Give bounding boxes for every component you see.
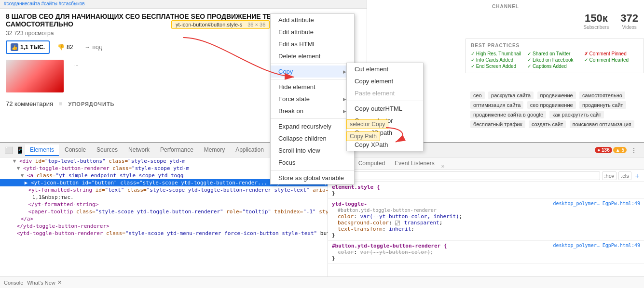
menu-copy-jspath[interactable]: Copy JS path	[347, 127, 423, 139]
tab-elements[interactable]: Elements	[25, 144, 59, 156]
inspect-icon[interactable]: ⬜	[5, 146, 13, 154]
tag[interactable]: оптимизация сайта	[470, 101, 523, 109]
menu-force-state[interactable]: Force state	[271, 93, 354, 105]
menu-collapse-children[interactable]: Collapse children	[271, 132, 354, 144]
tab-memory[interactable]: Memory	[199, 144, 230, 156]
menu-edit-html[interactable]: Edit as HTML	[271, 38, 354, 50]
channel-stats: 150к Subscribers 372 Videos	[373, 12, 638, 30]
css-val: inherit	[389, 226, 411, 232]
dom-line[interactable]: <paper-tooltip class="style-scope ytd-to…	[0, 208, 328, 215]
bp-item: Captions Added	[527, 64, 582, 69]
error-badge: ● 136	[595, 147, 612, 153]
tag[interactable]: самостоятельно	[579, 92, 625, 99]
styles-filter-row: :hov .cls +	[328, 170, 644, 182]
menu-divider-copy-1	[347, 101, 423, 101]
bp-item: High Res. Thumbnail	[471, 51, 525, 56]
dom-line[interactable]: </a>	[0, 215, 328, 223]
css-source-1[interactable]: desktop_polymer… EgpPw.html:49	[553, 201, 640, 206]
tag[interactable]: создать сайт	[529, 120, 566, 128]
tab-console[interactable]: Console	[60, 144, 91, 156]
whats-new-tab[interactable]: What's New ✕	[27, 279, 61, 286]
tab-event-listeners[interactable]: Event Listeners	[390, 158, 439, 170]
element-size: 36 × 36	[247, 22, 265, 27]
menu-scroll-into-view[interactable]: Scroll into view	[271, 144, 354, 157]
dom-line[interactable]: <yt-formatted-string id="text" class="st…	[0, 186, 328, 194]
tag[interactable]: как раскрутить сайт	[549, 111, 604, 118]
menu-break-on[interactable]: Break on	[271, 105, 354, 117]
css-rule-element-style: element.style { }	[328, 182, 644, 199]
tab-performance[interactable]: Performance	[155, 144, 198, 156]
tag[interactable]: поисковая оптимизация	[570, 120, 634, 128]
color-swatch	[395, 221, 400, 225]
menu-delete-element[interactable]: Delete element	[271, 50, 354, 62]
css-selector-2: #button.ytd-toggle-button-renderer {	[332, 243, 447, 249]
tag[interactable]: сео продвижение	[527, 101, 576, 109]
add-rule-button[interactable]: +	[633, 172, 641, 180]
bp-item: Comment Hearted	[584, 57, 639, 63]
tab-network[interactable]: Network	[123, 144, 154, 156]
dom-line[interactable]: </yt-formatted-string>	[0, 201, 328, 208]
css-selector-1: ytd-toggle-	[332, 201, 367, 207]
tag[interactable]: продвинуть сайт	[579, 101, 626, 109]
menu-focus[interactable]: Focus	[271, 157, 354, 169]
css-prop: color	[338, 213, 354, 220]
sort-button[interactable]: УПОРЯДОЧИТЬ	[69, 101, 115, 107]
devtools-icons: ⬜ 📱	[5, 146, 24, 154]
dom-line[interactable]: <ytd-toggle-button-renderer class="style…	[0, 230, 328, 237]
tag[interactable]: сео	[470, 92, 485, 99]
css-prop-strikethrough: color	[338, 249, 354, 255]
tab-application[interactable]: Application	[231, 144, 269, 156]
menu-cut-element[interactable]: Cut element	[347, 63, 423, 75]
tab-computed[interactable]: Computed	[354, 158, 390, 170]
mobile-icon[interactable]: 📱	[16, 146, 24, 154]
menu-store-global[interactable]: Store as global variable	[271, 172, 354, 184]
subscribers-label: Subscribers	[583, 25, 609, 30]
css-context: #button.ytd-toggle-button-renderer	[332, 208, 437, 213]
css-val: var(--yt-button-color, inherit)	[360, 213, 459, 220]
like-count: 1,1 ТЫС.	[20, 44, 45, 51]
tag[interactable]: продвижение сайта в google	[470, 111, 546, 118]
menu-copy-element[interactable]: Copy element	[347, 75, 423, 87]
tag[interactable]: раскрутка сайта	[488, 92, 534, 99]
whats-new-close[interactable]: ✕	[57, 279, 62, 286]
tag[interactable]: продвижение	[537, 92, 576, 99]
bp-title: BEST PRACTICES	[471, 43, 639, 48]
tags-area: сео раскрутка сайта продвижение самостоя…	[466, 87, 644, 133]
menu-divider-3	[271, 118, 354, 119]
devtools-more-button[interactable]: ⋮	[628, 145, 640, 155]
dom-line[interactable]: </ytd-toggle-button-renderer>	[0, 223, 328, 230]
video-thumbnail	[6, 60, 64, 92]
css-source-2[interactable]: desktop_polymer… EgpPw.html:49	[553, 243, 640, 248]
more-tabs-icon[interactable]: »	[439, 163, 447, 170]
menu-add-attribute[interactable]: Add attribute	[271, 14, 354, 26]
subscribers-stat: 150к Subscribers	[583, 12, 609, 30]
context-menu-elements[interactable]: Add attribute Edit attribute Edit as HTM…	[270, 13, 355, 184]
menu-hide-element[interactable]: Hide element	[271, 81, 354, 93]
bp-item: End Screen Added	[471, 64, 525, 69]
tab-sources[interactable]: Sources	[92, 144, 123, 156]
hov-button[interactable]: :hov	[602, 171, 617, 180]
menu-copy[interactable]: Copy	[271, 65, 354, 78]
menu-edit-attribute[interactable]: Edit attribute	[271, 26, 354, 38]
share-button[interactable]: → под	[81, 42, 106, 52]
dislike-button[interactable]: 👎 82	[54, 42, 77, 52]
context-menu-copy[interactable]: Cut element Copy element Paste element C…	[346, 63, 424, 151]
videos-stat: 372 Videos	[620, 12, 638, 30]
menu-copy-selector[interactable]: Copy selector	[347, 115, 423, 127]
css-closing: }	[332, 232, 335, 238]
menu-copy-outerhtml[interactable]: Copy outerHTML	[347, 103, 423, 115]
console-tab-bottom[interactable]: Console	[4, 280, 23, 286]
menu-expand-recursively[interactable]: Expand recursively	[271, 120, 354, 132]
devtools-bottom-bar: Console What's New ✕	[0, 276, 644, 288]
css-closing: }	[332, 190, 335, 196]
css-val-strikethrough: var(--yt-button-color)	[360, 249, 430, 255]
hashtags: #созданиесайта #сайты #стасбыков	[4, 1, 85, 6]
menu-paste-element: Paste element	[347, 87, 423, 99]
css-rule-2: #button.ytd-toggle-button-renderer { des…	[328, 241, 644, 264]
styles-filter-input[interactable]	[331, 171, 600, 180]
like-button[interactable]: 👍 1,1 ТЫС.	[6, 40, 50, 54]
cls-button[interactable]: .cls	[618, 171, 631, 180]
menu-copy-xpath[interactable]: Copy XPath	[347, 139, 423, 151]
bp-item: Info Cards Added	[471, 57, 525, 63]
tag[interactable]: бесплатный трафик	[470, 120, 525, 128]
